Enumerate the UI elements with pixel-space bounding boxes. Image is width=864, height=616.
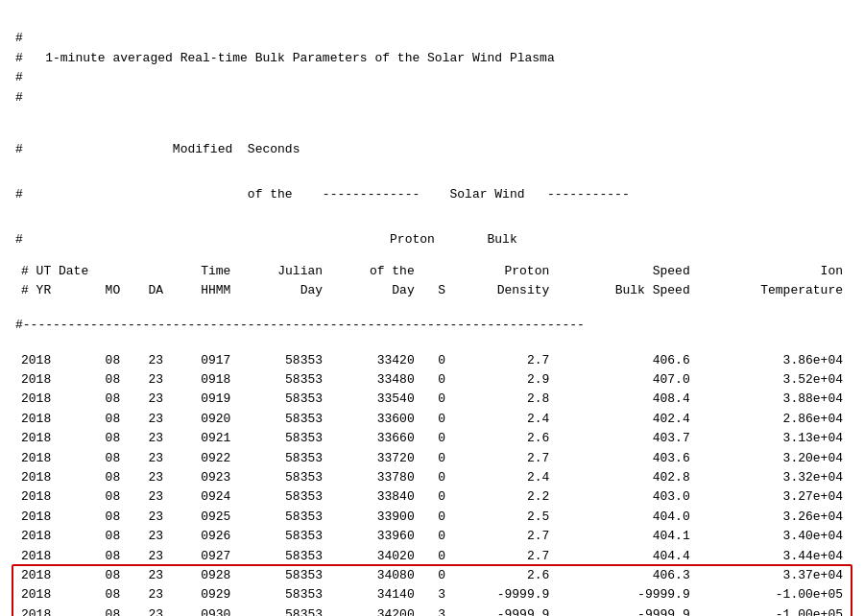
cell-1: 08 xyxy=(83,547,126,566)
cell-1: 08 xyxy=(83,351,126,370)
cell-9: 3.44e+04 xyxy=(696,547,849,566)
main-container: # # 1-minute averaged Real-time Bulk Par… xyxy=(15,10,849,616)
cell-1: 08 xyxy=(83,449,126,468)
cell-8: 404.0 xyxy=(555,508,695,527)
cell-8: 404.1 xyxy=(555,527,695,546)
cell-5: 33600 xyxy=(328,410,420,429)
cell-8: 403.7 xyxy=(555,429,695,448)
table-row: 201808230927583533402002.7404.43.44e+04 xyxy=(15,547,849,566)
cell-5: 34140 xyxy=(328,585,420,604)
cell-0: 2018 xyxy=(15,566,83,585)
cell-8: 406.3 xyxy=(555,566,695,585)
cell-6: 0 xyxy=(420,508,451,527)
cell-6: 0 xyxy=(420,390,451,409)
cell-3: 0921 xyxy=(169,429,236,448)
cell-0: 2018 xyxy=(15,390,83,409)
hash-line-2: # xyxy=(15,70,23,84)
cell-7: 2.6 xyxy=(451,429,555,448)
cell-7: 2.4 xyxy=(451,468,555,487)
col-day2-label: Day xyxy=(392,283,414,297)
cell-7: 2.6 xyxy=(451,566,555,585)
cell-4: 58353 xyxy=(236,547,328,566)
cell-5: 33420 xyxy=(328,351,420,370)
col-julian-label: Julian xyxy=(277,264,323,278)
cell-0: 2018 xyxy=(15,410,83,429)
cell-2: 23 xyxy=(126,585,169,604)
cell-3: 0925 xyxy=(169,508,236,527)
cell-5: 34200 xyxy=(328,605,420,616)
cell-7: 2.7 xyxy=(451,449,555,468)
cell-6: 0 xyxy=(420,370,451,390)
cell-9: 3.86e+04 xyxy=(696,351,849,370)
cell-6: 0 xyxy=(420,449,451,468)
cell-3: 0928 xyxy=(169,566,236,585)
cell-8: 402.4 xyxy=(555,410,695,429)
cell-1: 08 xyxy=(83,487,126,507)
cell-0: 2018 xyxy=(15,487,83,507)
header-col-labels-3: # Proton Bulk xyxy=(15,232,517,247)
col-bulkspeed-label: Bulk Speed xyxy=(615,283,690,297)
cell-1: 08 xyxy=(83,566,126,585)
cell-1: 08 xyxy=(83,370,126,390)
cell-3: 0918 xyxy=(169,370,236,390)
header-row-colnames2: # UT Date Time Julian of the Proton Spee… xyxy=(15,262,849,281)
table-row: 201808230928583533408002.6406.33.37e+04 xyxy=(15,566,849,585)
cell-3: 0927 xyxy=(169,547,236,566)
cell-8: 403.0 xyxy=(555,487,695,507)
cell-5: 33540 xyxy=(328,390,420,409)
cell-4: 58353 xyxy=(236,449,328,468)
col-time-label: Time xyxy=(201,264,230,278)
cell-4: 58353 xyxy=(236,605,328,616)
cell-4: 58353 xyxy=(236,566,328,585)
table-row: 201808230921583533366002.6403.73.13e+04 xyxy=(15,429,849,448)
cell-6: 3 xyxy=(420,585,451,604)
col-mo-label: MO xyxy=(106,283,121,297)
cell-2: 23 xyxy=(126,487,169,507)
file-header: # # 1-minute averaged Real-time Bulk Par… xyxy=(15,10,849,127)
cell-1: 08 xyxy=(83,508,126,527)
cell-4: 58353 xyxy=(236,468,328,487)
cell-6: 0 xyxy=(420,468,451,487)
cell-5: 33660 xyxy=(328,429,420,448)
cell-1: 08 xyxy=(83,585,126,604)
cell-3: 0930 xyxy=(169,605,236,616)
table-row: 201808230923583533378002.4402.83.32e+04 xyxy=(15,468,849,487)
cell-8: 407.0 xyxy=(555,370,695,390)
cell-3: 0929 xyxy=(169,585,236,604)
table-row: 201808230920583533360002.4402.42.86e+04 xyxy=(15,410,849,429)
table-row: 20180823093058353342003-9999.9-9999.9-1.… xyxy=(15,605,849,616)
hash-line-3: # xyxy=(15,90,23,105)
col-density-label: Density xyxy=(497,283,550,297)
data-rows: 201808230917583533342002.7406.63.86e+042… xyxy=(15,351,849,616)
cell-1: 08 xyxy=(83,390,126,409)
cell-9: -1.00e+05 xyxy=(696,605,849,616)
cell-3: 0923 xyxy=(169,468,236,487)
cell-9: 3.37e+04 xyxy=(696,566,849,585)
cell-1: 08 xyxy=(83,468,126,487)
col-day-label: Day xyxy=(300,283,323,297)
table-row: 201808230919583533354002.8408.43.88e+04 xyxy=(15,390,849,409)
cell-8: 403.6 xyxy=(555,449,695,468)
cell-3: 0920 xyxy=(169,410,236,429)
cell-5: 33480 xyxy=(328,370,420,390)
cell-7: -9999.9 xyxy=(451,605,555,616)
col-speed-label: Speed xyxy=(653,264,690,278)
cell-2: 23 xyxy=(126,527,169,546)
cell-8: 406.6 xyxy=(555,351,695,370)
cell-2: 23 xyxy=(126,410,169,429)
col-s-label: S xyxy=(438,283,445,297)
header-row-spacing: # Modified Seconds xyxy=(15,127,849,172)
cell-5: 33900 xyxy=(328,508,420,527)
cell-2: 23 xyxy=(126,370,169,390)
table-row: 201808230924583533384002.2403.03.27e+04 xyxy=(15,487,849,507)
cell-4: 58353 xyxy=(236,487,328,507)
cell-9: -1.00e+05 xyxy=(696,585,849,604)
cell-9: 3.40e+04 xyxy=(696,527,849,546)
cell-6: 0 xyxy=(420,487,451,507)
cell-2: 23 xyxy=(126,566,169,585)
cell-8: 408.4 xyxy=(555,390,695,409)
cell-9: 2.86e+04 xyxy=(696,410,849,429)
cell-6: 0 xyxy=(420,566,451,585)
table-row: 201808230925583533390002.5404.03.26e+04 xyxy=(15,508,849,527)
header-col-labels-2: # of the ------------- Solar Wind ------… xyxy=(15,187,630,201)
